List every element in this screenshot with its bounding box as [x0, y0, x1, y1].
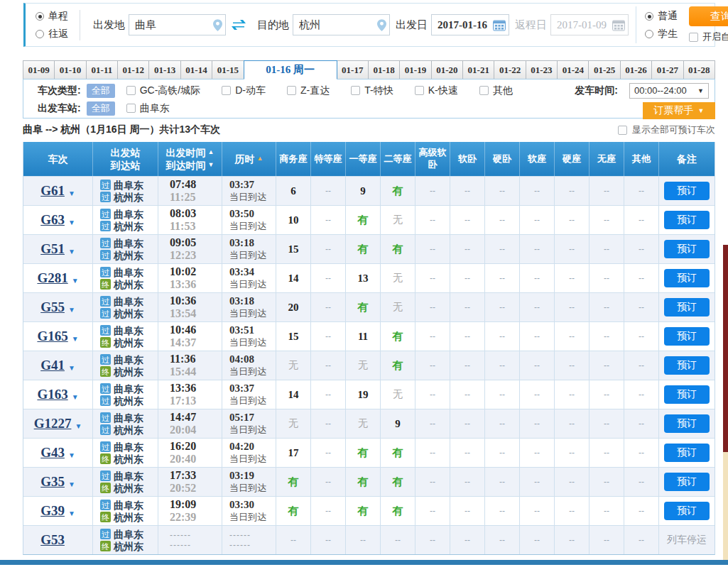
train-expand-icon[interactable]: ▼	[72, 277, 79, 285]
train-number-link[interactable]: G51	[40, 241, 65, 257]
date-tab-01-19[interactable]: 01-19	[399, 60, 431, 79]
date-tab-01-28[interactable]: 01-28	[683, 60, 715, 79]
train-expand-icon[interactable]: ▼	[75, 422, 82, 430]
checkbox-icon[interactable]	[126, 104, 136, 113]
book-button[interactable]: 预订	[664, 473, 710, 491]
train-number-link[interactable]: G55	[40, 299, 65, 315]
train-number-link[interactable]: G43	[40, 445, 65, 461]
train-number-link[interactable]: G39	[40, 503, 65, 519]
date-tab-01-21[interactable]: 01-21	[462, 60, 494, 79]
date-tab-01-16[interactable]: 01-16 周一	[244, 60, 337, 79]
header-stations[interactable]: 出发站 到达站	[93, 142, 158, 176]
book-button[interactable]: 预订	[664, 269, 710, 287]
date-tab-01-09[interactable]: 01-09	[23, 60, 55, 79]
train-expand-icon[interactable]: ▼	[68, 480, 75, 488]
passenger-student[interactable]: 学生	[645, 28, 678, 40]
date-tab-01-18[interactable]: 01-18	[368, 60, 400, 79]
date-tab-01-15[interactable]: 01-15	[212, 60, 244, 79]
date-tab-01-20[interactable]: 01-20	[431, 60, 463, 79]
train-number-link[interactable]: G163	[37, 387, 67, 402]
train-expand-icon[interactable]: ▼	[72, 335, 79, 343]
book-button[interactable]: 预订	[664, 240, 710, 258]
date-tab-01-12[interactable]: 01-12	[117, 60, 149, 79]
book-button[interactable]: 预订	[664, 327, 710, 346]
passenger-normal[interactable]: 普通	[645, 10, 678, 23]
train-number-link[interactable]: G35	[40, 474, 65, 490]
train-expand-icon[interactable]: ▼	[68, 189, 75, 197]
checkbox-icon[interactable]	[126, 86, 136, 95]
radio-normal-icon[interactable]	[645, 12, 653, 21]
from-input[interactable]	[129, 19, 213, 31]
book-button[interactable]: 预订	[664, 182, 710, 200]
train-expand-icon[interactable]: ▼	[68, 248, 75, 255]
checkbox-icon[interactable]	[415, 86, 424, 95]
show-all-checkbox[interactable]	[618, 126, 627, 135]
radio-roundtrip-icon[interactable]	[36, 30, 44, 38]
radio-oneway-icon[interactable]	[36, 12, 44, 21]
train-number-link[interactable]: G41	[40, 358, 65, 373]
train-number-link[interactable]: G61	[40, 183, 65, 199]
show-all-toggle[interactable]: 显示全部可预订车次	[618, 123, 715, 136]
date-tab-01-13[interactable]: 01-13	[148, 60, 180, 79]
train-expand-icon[interactable]: ▼	[68, 451, 75, 459]
date-tab-01-25[interactable]: 01-25	[588, 60, 620, 79]
sort-active-icon[interactable]: ▲	[257, 155, 264, 163]
trip-type-oneway[interactable]: 单程	[36, 10, 68, 23]
book-button[interactable]: 预订	[664, 385, 710, 404]
checkbox-icon[interactable]	[351, 86, 360, 95]
checkbox-icon[interactable]	[287, 86, 296, 95]
station-filter[interactable]: 曲阜东	[126, 102, 170, 115]
train-number-link[interactable]: G53	[40, 532, 65, 548]
header-train[interactable]: 车次	[23, 142, 93, 176]
train-expand-icon[interactable]: ▼	[68, 219, 75, 226]
depart-time-select[interactable]: 00:00--24:00 ▼	[629, 83, 709, 99]
train-type-filter[interactable]: T-特快	[351, 84, 393, 97]
auto-query-toggle[interactable]: 开启自动查询	[689, 31, 728, 43]
train-expand-icon[interactable]: ▼	[72, 393, 79, 401]
book-button[interactable]: 预订	[664, 298, 710, 316]
checkbox-icon[interactable]	[222, 86, 231, 95]
train-type-filter[interactable]: Z-直达	[287, 84, 330, 97]
sort-asc-icon[interactable]: ▲	[208, 148, 214, 157]
train-number-link[interactable]: G281	[37, 270, 67, 286]
train-number-link[interactable]: G1227	[34, 416, 72, 431]
book-button[interactable]: 预订	[664, 356, 710, 375]
train-type-filter[interactable]: 其他	[479, 84, 513, 97]
query-button[interactable]: 查询	[689, 6, 728, 26]
date-tab-01-26[interactable]: 01-26	[620, 60, 652, 79]
date-tab-01-23[interactable]: 01-23	[526, 60, 558, 79]
train-expand-icon[interactable]: ▼	[68, 510, 75, 517]
train-number-link[interactable]: G63	[40, 212, 65, 228]
book-button[interactable]: 预订	[664, 444, 710, 462]
train-type-filter[interactable]: D-动车	[222, 84, 266, 97]
sort-desc-icon[interactable]: ▼	[208, 161, 214, 170]
calendar-icon[interactable]	[493, 19, 506, 31]
date-tab-01-17[interactable]: 01-17	[337, 60, 369, 79]
date-tab-01-24[interactable]: 01-24	[557, 60, 589, 79]
date-tab-01-22[interactable]: 01-22	[494, 60, 526, 79]
radio-student-icon[interactable]	[645, 30, 653, 38]
header-duration[interactable]: 历时▲	[222, 142, 276, 176]
book-button[interactable]: 预订	[664, 211, 710, 229]
train-expand-icon[interactable]: ▼	[68, 364, 75, 372]
train-number-link[interactable]: G165	[37, 329, 67, 344]
station-all-badge[interactable]: 全部	[87, 101, 115, 116]
trip-type-roundtrip[interactable]: 往返	[36, 28, 68, 40]
train-type-all-badge[interactable]: 全部	[87, 84, 115, 98]
train-type-filter[interactable]: GC-高铁/城际	[126, 84, 201, 97]
date-tab-01-11[interactable]: 01-11	[86, 60, 118, 79]
checkbox-icon[interactable]	[479, 86, 489, 95]
header-times[interactable]: 出发时间▲ 到达时间▼	[158, 142, 222, 176]
auto-query-checkbox[interactable]	[689, 33, 698, 42]
book-button[interactable]: 预订	[664, 502, 710, 520]
train-type-filter[interactable]: K-快速	[415, 84, 458, 97]
to-input[interactable]	[293, 19, 377, 31]
book-button[interactable]: 预订	[664, 414, 710, 433]
depart-date-input[interactable]	[432, 19, 493, 31]
date-tab-01-10[interactable]: 01-10	[54, 60, 86, 79]
date-tab-01-14[interactable]: 01-14	[180, 60, 212, 79]
date-tab-01-27[interactable]: 01-27	[651, 60, 683, 79]
swap-stations-icon[interactable]	[230, 19, 247, 31]
booking-helper-button[interactable]: 订票帮手 ▼	[643, 102, 715, 119]
train-expand-icon[interactable]: ▼	[68, 306, 75, 314]
